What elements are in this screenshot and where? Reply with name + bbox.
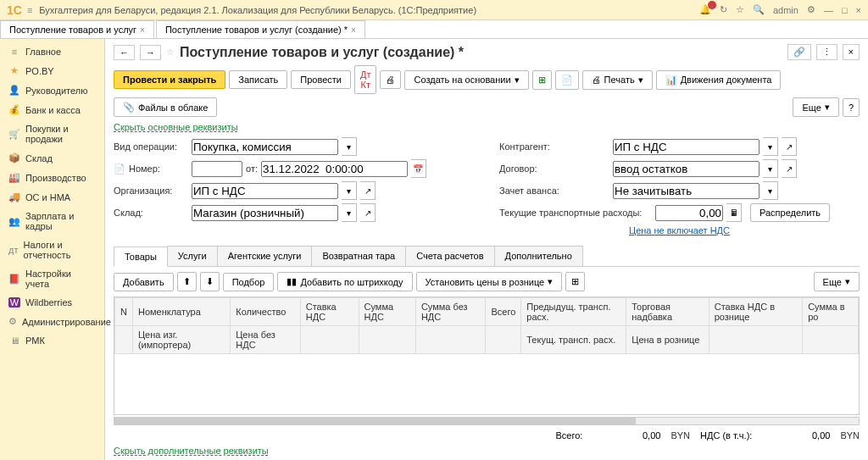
warehouse-input[interactable] <box>192 205 338 221</box>
sidebar-item-salary[interactable]: 👥Зарплата и кадры <box>0 207 104 236</box>
expand-icon[interactable]: ⊞ <box>565 272 585 291</box>
sidebar-item-tax[interactable]: дтНалоги и отчетность <box>0 236 104 264</box>
edo-icon[interactable]: 📄 <box>555 70 579 90</box>
currency: BYN <box>670 430 690 441</box>
number-input[interactable] <box>192 161 242 177</box>
open-icon[interactable]: ↗ <box>360 181 376 200</box>
open-icon[interactable]: ↗ <box>360 203 376 222</box>
goods-table[interactable]: N Номенклатура Количество Ставка НДС Сум… <box>114 297 860 415</box>
titlebar-right: 🔔1 ↻ ☆ 🔍 admin ⚙ — □ × <box>699 4 861 15</box>
sidebar-item-sales[interactable]: 🛒Покупки и продажи <box>0 119 104 148</box>
barcode-button[interactable]: ▮▮ Добавить по штрихкоду <box>277 272 412 291</box>
tab-close[interactable]: × <box>351 25 356 35</box>
post-close-button[interactable]: Провести и закрыть <box>114 70 225 89</box>
transport-label: Текущие транспортные расходы: <box>499 208 652 218</box>
vat-info-link[interactable]: Цена не включает НДС <box>499 225 860 236</box>
totals-row: Всего: 0,00 BYN НДС (в т.ч.): 0,00 BYN <box>114 425 860 446</box>
sidebar-item-rmk[interactable]: 🖥РМК <box>0 331 104 350</box>
subtabs: Товары Услуги Агентские услуги Возвратна… <box>114 246 860 267</box>
subtab-accounts[interactable]: Счета расчетов <box>405 246 494 266</box>
create-based-button[interactable]: Создать на основании ▾ <box>404 70 528 90</box>
contract-input[interactable] <box>613 161 760 177</box>
tab-1[interactable]: Поступление товаров и услуг (создание) *… <box>156 20 365 38</box>
hide-main-link[interactable]: Скрыть основные реквизиты <box>114 122 238 132</box>
min-icon[interactable]: — <box>824 5 833 15</box>
movements-button[interactable]: 📊 Движения документа <box>656 70 782 90</box>
op-type-input[interactable] <box>192 139 338 155</box>
sidebar-item-manager[interactable]: 👤Руководителю <box>0 80 104 100</box>
more-button[interactable]: Еще ▾ <box>793 97 838 117</box>
select-button[interactable]: Подбор <box>223 273 275 291</box>
org-input[interactable] <box>192 183 338 199</box>
close-page[interactable]: × <box>843 44 860 60</box>
bell-icon[interactable]: 🔔1 <box>699 4 711 15</box>
table-header-row2: Цена изг. (импортера) Цена без НДС Текущ… <box>115 326 859 354</box>
sidebar-item-assets[interactable]: 🚚ОС и НМА <box>0 187 104 207</box>
fav-icon[interactable]: ☆ <box>166 47 175 58</box>
sidebar-item-bank[interactable]: 💰Банк и касса <box>0 100 104 119</box>
sidebar: ≡Главное ★PO.BY 👤Руководителю 💰Банк и ка… <box>0 39 105 460</box>
dtkt-icon[interactable]: ДтКт <box>354 65 377 94</box>
sidebar-item-warehouse[interactable]: 📦Склад <box>0 148 104 168</box>
subtab-tare[interactable]: Возвратная тара <box>311 246 406 266</box>
tab-0[interactable]: Поступление товаров и услуг× <box>0 20 154 38</box>
distribute-button[interactable]: Распределить <box>750 203 830 222</box>
calc-icon[interactable]: 🖩 <box>726 203 742 222</box>
set-retail-button[interactable]: Установить цены в рознице ▾ <box>416 272 563 291</box>
truck-icon: 🚚 <box>8 191 20 202</box>
sidebar-item-wb[interactable]: WWildberries <box>0 293 104 312</box>
dropdown-icon[interactable]: ▾ <box>763 159 778 178</box>
printer-icon[interactable]: 🖨 <box>380 70 401 89</box>
add-button[interactable]: Добавить <box>114 273 174 291</box>
back-button[interactable]: ← <box>114 45 135 60</box>
options-icon[interactable]: ⋮ <box>816 44 837 60</box>
sidebar-item-settings[interactable]: 📕Настройки учета <box>0 264 104 293</box>
dropdown-icon[interactable]: ▾ <box>342 203 357 222</box>
sub-more-button[interactable]: Еще ▾ <box>814 272 860 291</box>
h-scrollbar[interactable] <box>114 417 860 425</box>
dropdown-icon[interactable]: ▾ <box>342 137 357 156</box>
contractor-label: Контрагент: <box>499 141 609 152</box>
dropdown-icon[interactable]: ▾ <box>342 181 357 200</box>
vat-label: НДС (в т.ч.): <box>700 430 752 441</box>
down-button[interactable]: ⬇ <box>200 272 220 291</box>
burger-icon[interactable]: ≡ <box>27 5 32 15</box>
sidebar-item-production[interactable]: 🏭Производство <box>0 168 104 187</box>
star-icon[interactable]: ☆ <box>736 4 744 15</box>
sidebar-item-main[interactable]: ≡Главное <box>0 42 104 61</box>
save-button[interactable]: Записать <box>229 70 287 89</box>
tab-close[interactable]: × <box>140 25 145 35</box>
sidebar-item-poby[interactable]: ★PO.BY <box>0 61 104 80</box>
print-button[interactable]: 🖨 Печать ▾ <box>582 70 653 90</box>
number-label: Номер: <box>129 163 188 174</box>
link-icon[interactable]: 🔗 <box>787 44 811 60</box>
contractor-input[interactable] <box>613 139 760 155</box>
close-icon[interactable]: × <box>856 5 861 15</box>
date-input[interactable] <box>261 161 408 177</box>
open-icon[interactable]: ↗ <box>782 137 797 156</box>
post-button[interactable]: Провести <box>291 70 351 89</box>
subtab-goods[interactable]: Товары <box>114 247 168 267</box>
help-button[interactable]: ? <box>843 98 860 117</box>
subtab-agent[interactable]: Агентские услуги <box>217 246 313 266</box>
search-icon[interactable]: 🔍 <box>753 4 765 15</box>
settings-icon[interactable]: ⚙ <box>807 4 815 15</box>
hide-extra-link[interactable]: Скрыть дополнительные реквизиты <box>114 446 269 456</box>
history-icon[interactable]: ↻ <box>720 4 727 15</box>
tax-icon: дт <box>8 245 18 255</box>
max-icon[interactable]: □ <box>842 5 848 15</box>
subtab-services[interactable]: Услуги <box>167 246 218 266</box>
subtab-extra[interactable]: Дополнительно <box>494 246 583 266</box>
dropdown-icon[interactable]: ▾ <box>763 137 778 156</box>
advance-input[interactable] <box>613 183 760 199</box>
forward-button[interactable]: → <box>140 45 161 60</box>
user-label[interactable]: admin <box>773 5 798 15</box>
sidebar-item-admin[interactable]: ⚙Администрирование <box>0 312 104 331</box>
excel-icon[interactable]: ⊞ <box>532 70 552 90</box>
cloud-button[interactable]: 📎 Файлы в облаке <box>114 97 217 117</box>
open-icon[interactable]: ↗ <box>782 159 797 178</box>
transport-input[interactable] <box>655 205 723 221</box>
up-button[interactable]: ⬆ <box>177 272 197 291</box>
dropdown-icon[interactable]: ▾ <box>763 181 778 200</box>
calendar-icon[interactable]: 📅 <box>411 159 426 178</box>
